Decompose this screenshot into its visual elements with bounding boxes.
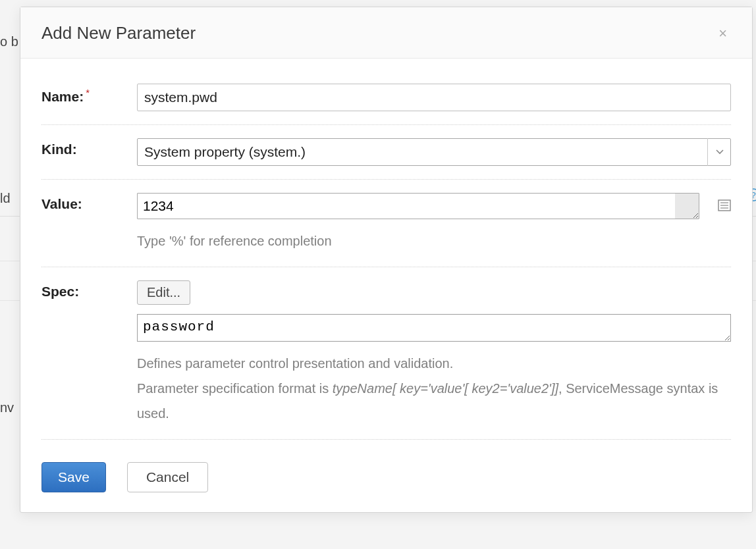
close-icon[interactable]: × [715,25,731,42]
kind-selected-value: System property (system.) [144,144,306,160]
spec-input[interactable] [137,314,731,342]
expand-editor-icon[interactable] [718,199,731,211]
save-button[interactable]: Save [41,462,106,492]
chevron-down-icon [707,138,731,166]
kind-label: Kind: [41,138,137,157]
spec-label: Spec: [41,280,137,300]
dialog-title: Add New Parameter [41,23,196,43]
required-indicator: * [86,87,90,98]
value-hint: Type '%' for reference completion [137,228,731,253]
cancel-button[interactable]: Cancel [127,462,208,492]
dialog-body: Name:* Kind: System property (system.) [20,59,752,445]
edit-spec-button[interactable]: Edit... [137,280,190,305]
value-label: Value: [41,193,137,212]
dialog-header: Add New Parameter × [20,7,752,59]
value-input[interactable] [137,193,699,219]
bg-text: ld [0,191,11,206]
kind-row: Kind: System property (system.) [41,125,731,180]
kind-select[interactable]: System property (system.) [137,138,731,166]
spec-description: Defines parameter control presentation a… [137,351,731,426]
bg-text: nv [0,400,14,415]
dialog-footer: Save Cancel [20,445,752,512]
spec-row: Spec: Edit... Defines parameter control … [41,267,731,440]
value-row: Value: Type '%' for reference completion [41,180,731,267]
add-parameter-dialog: Add New Parameter × Name:* Kind: System … [20,7,753,513]
bg-text: o b [0,34,18,49]
name-label: Name:* [41,84,137,105]
name-row: Name:* [41,70,731,125]
name-input[interactable] [137,84,731,111]
